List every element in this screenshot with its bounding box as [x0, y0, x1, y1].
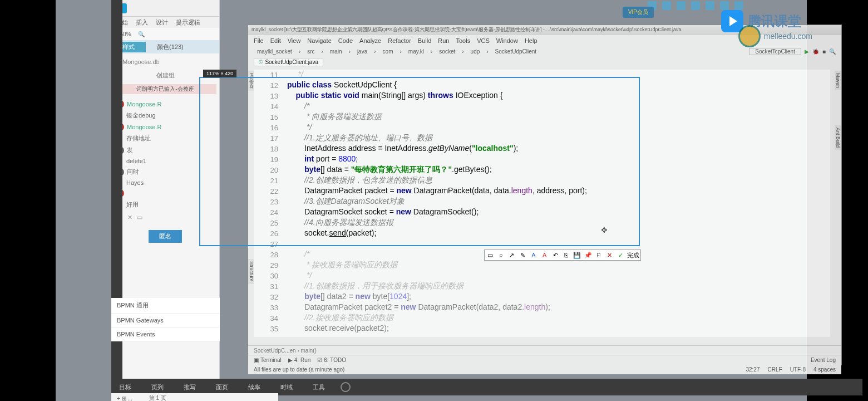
crumb[interactable]: com: [379, 48, 397, 55]
menu-code[interactable]: Code: [338, 37, 353, 44]
side-tab-ant[interactable]: Ant Build: [835, 125, 841, 150]
menu-run[interactable]: Run: [438, 37, 449, 44]
done-button[interactable]: 完成: [627, 251, 639, 260]
app-topbar: [111, 0, 219, 17]
terminal-tab[interactable]: ▣ Terminal: [254, 357, 282, 363]
move-cursor-icon: ✥: [601, 226, 608, 234]
menu-item[interactable]: 提示逻辑: [176, 18, 200, 27]
ticon[interactable]: [677, 1, 685, 10]
rect-icon[interactable]: ▭: [486, 251, 495, 260]
tb-item[interactable]: 续率: [244, 382, 265, 393]
ticon[interactable]: [706, 1, 714, 10]
vip-badge[interactable]: VIP会员: [623, 7, 654, 18]
crumb[interactable]: socket: [436, 48, 458, 55]
todo-tab[interactable]: ☑ 6: TODO: [317, 357, 346, 363]
java-icon: ©: [259, 59, 263, 65]
run-config[interactable]: SocketTcpClient: [749, 48, 801, 55]
menu-refactor[interactable]: Refactor: [388, 37, 411, 44]
menu-tools[interactable]: Tools: [456, 37, 470, 44]
menu-edit[interactable]: Edit: [270, 37, 281, 44]
file-tab[interactable]: © SocketUdpClient.java: [254, 58, 323, 66]
tree-row[interactable]: 词朗明方已输入-会整座: [114, 84, 216, 94]
tb-item[interactable]: 页列: [147, 382, 168, 393]
dimension-tag: 117% × 420: [203, 70, 236, 77]
tree-item[interactable]: 好用: [114, 199, 216, 211]
power-icon[interactable]: [341, 382, 351, 392]
crumb[interactable]: SocketUdpClient: [492, 48, 540, 55]
zoom-in-icon[interactable]: 🔍: [138, 31, 145, 37]
menu-build[interactable]: Build: [418, 37, 431, 44]
debug-icon[interactable]: 🐞: [812, 48, 819, 55]
crumb[interactable]: maylkl_socket: [254, 48, 295, 55]
tree-item[interactable]: [114, 188, 216, 199]
menu-window[interactable]: Window: [496, 37, 518, 44]
tb-item[interactable]: 工具: [308, 382, 329, 393]
pin-icon[interactable]: 📌: [584, 251, 593, 260]
tree-item[interactable]: ▸Mongoose.db: [114, 56, 216, 67]
tree-item[interactable]: 存储地址: [114, 133, 216, 144]
toolbar-secondary: 250% 🔍: [111, 28, 219, 40]
side-tab-maven[interactable]: Maven: [835, 71, 841, 90]
bpmn-item[interactable]: BPMN Gateways: [111, 314, 220, 327]
line-sep[interactable]: CRLF: [768, 366, 782, 373]
tb-item[interactable]: 时域: [276, 382, 297, 393]
tree-item[interactable]: Hayes: [114, 178, 216, 188]
menu-vcs[interactable]: VCS: [477, 37, 490, 44]
tree-item[interactable]: Mongoose.R: [114, 99, 216, 110]
left-tabs: 样式 颜色(123): [111, 40, 219, 53]
tb-item[interactable]: 目标: [115, 382, 136, 393]
close-icon[interactable]: ✕: [127, 214, 132, 221]
bpmn-item[interactable]: BPMN 通用: [111, 298, 220, 314]
tab-colors[interactable]: 颜色(123): [146, 42, 195, 52]
bpmn-item[interactable]: BPMN Events: [111, 327, 220, 341]
menu-navigate[interactable]: Navigate: [307, 37, 331, 44]
crumb[interactable]: udp: [467, 48, 484, 55]
ok-icon[interactable]: ✓: [617, 251, 625, 260]
tb-item[interactable]: 面页: [211, 382, 233, 393]
text2-icon[interactable]: A: [540, 251, 549, 260]
ticon[interactable]: [734, 1, 743, 10]
menu-file[interactable]: File: [254, 37, 264, 44]
tree-item[interactable]: 问时: [114, 166, 216, 178]
tree-item[interactable]: 发: [114, 144, 216, 156]
menu-analyze[interactable]: Analyze: [359, 37, 381, 44]
encoding[interactable]: UTF-8: [790, 366, 806, 373]
text-icon[interactable]: A: [529, 251, 538, 260]
pen-icon[interactable]: ✎: [518, 251, 527, 260]
save-icon[interactable]: 💾: [573, 251, 581, 260]
crumb[interactable]: java: [354, 48, 371, 55]
run-icon[interactable]: ▶: [805, 48, 809, 55]
menu-view[interactable]: View: [288, 37, 301, 44]
circle-icon[interactable]: ○: [496, 251, 505, 260]
arrow-icon[interactable]: ↗: [507, 251, 516, 260]
stop-icon[interactable]: ■: [822, 48, 826, 55]
crumb[interactable]: may.kl: [405, 48, 427, 55]
file-tab-label: SocketUdpClient.java: [265, 59, 318, 65]
run-tab[interactable]: ▶ 4: Run: [288, 357, 310, 363]
event-log[interactable]: Event Log: [811, 357, 836, 363]
ticon[interactable]: [662, 1, 671, 10]
undo-icon[interactable]: ↶: [551, 251, 560, 260]
ticon[interactable]: [720, 1, 729, 10]
menu-item[interactable]: 设计: [156, 18, 168, 27]
crumb[interactable]: main: [327, 48, 346, 55]
anon-button[interactable]: 匿名: [149, 230, 182, 243]
tree-header: 创建组: [114, 71, 216, 80]
crumb[interactable]: src: [304, 48, 318, 55]
copy-icon[interactable]: ⎘: [562, 251, 571, 260]
menu-item[interactable]: 插入: [136, 18, 148, 27]
share-icon[interactable]: ⚐: [594, 251, 603, 260]
tree-item[interactable]: Mongoose.R: [114, 121, 216, 133]
desktop-background: 开始 插入 设计 提示逻辑 250% 🔍 样式 颜色(123) ▸Mongoos…: [56, 0, 807, 401]
indent[interactable]: 4 spaces: [813, 366, 836, 373]
folder-icon[interactable]: ▭: [137, 214, 142, 221]
school-logo-icon: [738, 25, 761, 47]
menu-help[interactable]: Help: [525, 37, 537, 44]
tree-item[interactable]: delete1: [114, 156, 216, 166]
ticon[interactable]: [691, 1, 700, 10]
tb-item[interactable]: 推写: [179, 382, 200, 393]
cancel-icon[interactable]: ✕: [605, 251, 614, 260]
code-editor[interactable]: 1112131415161718192021222324252627282930…: [254, 70, 830, 337]
tree-item[interactable]: 银金debug: [114, 110, 216, 121]
search-icon[interactable]: 🔍: [829, 48, 836, 55]
